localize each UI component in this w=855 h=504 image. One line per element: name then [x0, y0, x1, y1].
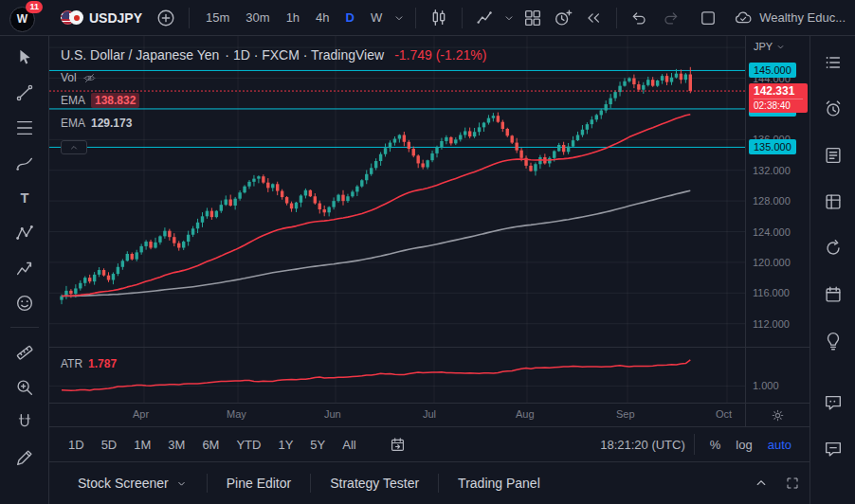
legend-ema-slow-row[interactable]: EMA 129.173 [61, 112, 486, 135]
fib-retracement-icon [14, 117, 35, 138]
timeframe-30m[interactable]: 30m [238, 7, 277, 28]
bottom-panel-tabs: Stock ScreenerPine EditorStrategy Tester… [59, 462, 559, 504]
account-logo[interactable]: W 11 [9, 3, 40, 33]
chart-meta: · 1D · FXCM · TradingView [225, 47, 384, 63]
panel-alerts-button[interactable] [821, 98, 846, 120]
price-gridline-label: 120.000 [753, 255, 791, 270]
timeframe-dropdown[interactable] [391, 4, 407, 32]
time-axis-label: Aug [516, 408, 535, 420]
chevron-up-icon [68, 142, 80, 153]
time-axis-settings-gear[interactable] [745, 403, 810, 426]
legend-atr-row[interactable]: ATR 1.787 [61, 352, 117, 375]
go-to-date-button[interactable] [389, 436, 407, 454]
range-1y[interactable]: 1Y [270, 434, 300, 456]
current-price: 142.331 [754, 84, 803, 99]
indicators-button[interactable] [471, 4, 500, 32]
tool-text[interactable]: T [10, 184, 39, 211]
eye-crossed-icon[interactable] [82, 71, 97, 85]
panel-tab-trading-panel[interactable]: Trading Panel [439, 462, 559, 504]
range-all[interactable]: All [335, 434, 363, 456]
toolbar-divider [10, 327, 39, 328]
legend-collapse-button[interactable] [61, 140, 87, 154]
toolbar-separator [616, 8, 617, 28]
time-axis[interactable]: AprMayJunJulAugSepOct [49, 403, 745, 426]
emoji-icon [14, 293, 35, 314]
cloud-check-icon [734, 9, 753, 27]
go-to-date-icon [389, 436, 407, 454]
compare-add-button[interactable] [152, 4, 180, 32]
symbol-button[interactable]: USDJPY [53, 8, 150, 28]
range-ytd[interactable]: YTD [228, 434, 268, 456]
tool-brush[interactable] [10, 149, 39, 176]
brush-icon [14, 153, 35, 173]
tool-fib-retracement[interactable] [10, 114, 39, 141]
svg-text:T: T [20, 189, 28, 205]
log-scale-button[interactable]: log [729, 434, 758, 456]
indicators-dropdown[interactable] [501, 4, 517, 32]
layout-grid-icon [522, 8, 543, 28]
window-icon [699, 9, 718, 27]
window-button[interactable] [694, 4, 722, 32]
chat-icon [823, 392, 844, 413]
tool-forecast[interactable] [10, 254, 39, 281]
timeframe-d[interactable]: D [338, 7, 362, 28]
chevron-down-icon [175, 477, 188, 490]
ema-fast-value: 138.832 [91, 93, 139, 108]
range-5y[interactable]: 5Y [302, 434, 333, 456]
auto-scale-button[interactable]: auto [761, 434, 798, 456]
cloud-save-status[interactable]: Wealthy Educ... [734, 9, 846, 27]
account-label: Wealthy Educ... [759, 10, 846, 25]
timezone-clock[interactable]: 18:21:20 (UTC) [600, 438, 685, 452]
tool-trend-line[interactable] [10, 79, 39, 106]
panel-support-button[interactable] [821, 438, 846, 460]
drawing-toolbar: T [0, 36, 49, 504]
create-alert-button[interactable] [549, 4, 577, 32]
chart-type-button[interactable] [425, 4, 453, 32]
eye-crossed-icon [82, 71, 97, 85]
tool-magnet[interactable] [10, 408, 39, 436]
tool-edit[interactable] [10, 443, 39, 471]
tool-emoji[interactable] [10, 289, 39, 316]
timeframe-15m[interactable]: 15m [198, 7, 237, 28]
panel-calendar-button[interactable] [821, 283, 846, 306]
timeframe-4h[interactable]: 4h [308, 7, 337, 28]
watchlist-icon [823, 52, 844, 73]
alert-clock-icon [553, 8, 573, 28]
ideas-icon [823, 331, 844, 351]
time-axis-label: Apr [133, 408, 149, 420]
layout-grid-button[interactable] [518, 4, 547, 32]
bar-replay-button[interactable] [579, 4, 608, 32]
percent-scale-button[interactable]: % [703, 434, 728, 456]
redo-button[interactable] [656, 4, 684, 32]
price-gridline-label: 116.000 [753, 285, 790, 300]
legend-ema-fast-row[interactable]: EMA 138.832 [61, 89, 486, 112]
tool-xabcd-pattern[interactable] [10, 219, 39, 246]
range-1m[interactable]: 1M [126, 434, 158, 456]
panel-data-window-button[interactable] [821, 190, 846, 213]
panel-tab-strategy-tester[interactable]: Strategy Tester [311, 462, 438, 504]
panel-tab-stock-screener[interactable]: Stock Screener [59, 462, 207, 504]
legend-title-row[interactable]: U.S. Dollar / Japanese Yen · 1D · FXCM ·… [61, 44, 486, 66]
panel-expand-button[interactable] [785, 476, 800, 491]
panel-hotlists-button[interactable] [821, 237, 846, 260]
panel-tab-pine-editor[interactable]: Pine Editor [208, 462, 310, 504]
range-6m[interactable]: 6M [194, 434, 227, 456]
tool-ruler[interactable] [10, 338, 39, 366]
atr-label: ATR [61, 357, 82, 370]
panel-collapse-button[interactable] [753, 475, 770, 492]
legend-volume-row[interactable]: Vol [61, 66, 486, 89]
tool-zoom[interactable] [10, 373, 39, 401]
pane-divider[interactable] [49, 347, 810, 348]
range-5d[interactable]: 5D [94, 434, 125, 456]
timeframe-1h[interactable]: 1h [279, 7, 307, 28]
panel-watchlist-button[interactable] [821, 51, 846, 74]
timeframe-w[interactable]: W [363, 7, 390, 28]
price-axis-currency[interactable]: JPY [754, 41, 786, 52]
undo-button[interactable] [626, 4, 654, 32]
panel-ideas-button[interactable] [821, 330, 846, 352]
panel-chat-button[interactable] [821, 391, 846, 414]
range-1d[interactable]: 1D [61, 434, 92, 456]
panel-news-button[interactable] [821, 144, 846, 167]
tool-cursor[interactable] [10, 44, 39, 71]
range-3m[interactable]: 3M [160, 434, 192, 456]
